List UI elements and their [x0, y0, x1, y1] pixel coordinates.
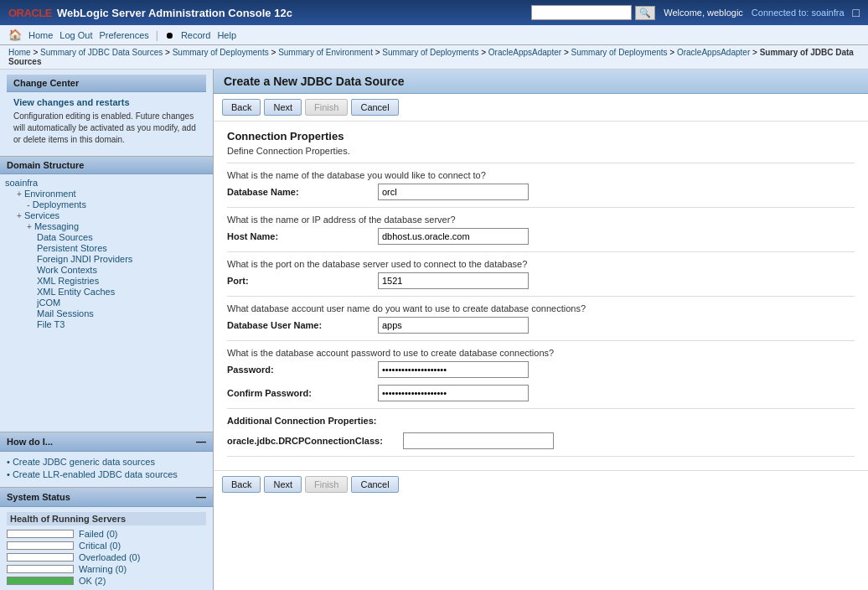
q-db-user: What database account user name do you w… — [227, 303, 855, 313]
change-center: Change Center View changes and restarts … — [0, 70, 213, 157]
status-label-critical[interactable]: Critical (0) — [79, 541, 121, 551]
status-row-ok: OK (2) — [7, 576, 206, 586]
form-row-confirm-password: Confirm Password: — [227, 385, 855, 401]
breadcrumb-oracle-adapter2[interactable]: OracleAppsAdapter — [677, 48, 750, 57]
tree-root-link[interactable]: soainfra — [5, 178, 38, 188]
welcome-text: Welcome, weblogic — [664, 8, 743, 18]
form-row-port: Port: — [227, 272, 855, 289]
how-do-i-collapse-icon[interactable]: — — [196, 436, 206, 448]
tree-jcom: jCOM — [5, 298, 208, 308]
tree-file-t3: File T3 — [5, 319, 208, 329]
tree-foreign-jndi-link[interactable]: Foreign JNDI Providers — [37, 254, 132, 264]
tree-messaging-link[interactable]: Messaging — [34, 221, 79, 231]
change-center-title: Change Center — [7, 75, 206, 92]
view-changes-link[interactable]: View changes and restarts — [13, 97, 199, 107]
breadcrumb-deployments3[interactable]: Summary of Deployments — [571, 48, 668, 57]
confirm-password-input[interactable] — [378, 385, 529, 401]
connected-text: Connected to: soainfra — [752, 8, 845, 18]
tree-work-contexts-link[interactable]: Work Contexts — [37, 265, 97, 275]
q-port: What is the port on the database server … — [227, 259, 855, 269]
header-right: 🔍 Welcome, weblogic Connected to: soainf… — [531, 5, 860, 20]
breadcrumb-deployments2[interactable]: Summary of Deployments — [382, 48, 478, 57]
tree-mail-sessions-link[interactable]: Mail Sessions — [37, 308, 94, 318]
status-bar-critical — [7, 541, 74, 550]
section-title: Connection Properties — [227, 130, 855, 142]
navbar: 🏠 Home Log Out Preferences | ⏺ Record He… — [0, 25, 868, 45]
divider-6 — [227, 408, 855, 409]
status-label-ok[interactable]: OK (2) — [79, 576, 106, 586]
back-button-top[interactable]: Back — [222, 99, 261, 116]
divider-4 — [227, 296, 855, 297]
divider-2 — [227, 207, 855, 208]
breadcrumb-environment[interactable]: Summary of Environment — [278, 48, 373, 57]
db-user-input[interactable] — [378, 317, 529, 334]
drcp-input[interactable] — [403, 432, 554, 449]
divider-3 — [227, 251, 855, 252]
header-left: ORACLE WebLogic Server Administration Co… — [8, 7, 292, 19]
finish-button-top: Finish — [305, 99, 348, 116]
tree-environment-link[interactable]: Environment — [24, 189, 76, 199]
top-toolbar: Back Next Finish Cancel — [214, 94, 868, 122]
minimize-icon[interactable]: □ — [853, 6, 860, 19]
system-status-collapse-icon[interactable]: — — [196, 491, 206, 503]
cancel-button-bottom[interactable]: Cancel — [351, 476, 398, 493]
nav-home[interactable]: Home — [28, 30, 53, 40]
tree-data-sources-link[interactable]: Data Sources — [37, 232, 93, 242]
tree-deployments-link[interactable]: Deployments — [33, 199, 86, 210]
domain-structure: Domain Structure soainfra + Environment … — [0, 157, 213, 432]
search-button[interactable]: 🔍 — [635, 6, 655, 20]
system-status-header: System Status — — [0, 488, 213, 507]
tree-xml-entity-caches-link[interactable]: XML Entity Caches — [37, 287, 115, 297]
drcp-label: oracle.jdbc.DRCPConnectionClass: — [227, 436, 403, 446]
next-button-top[interactable]: Next — [264, 99, 302, 116]
divider-7 — [227, 456, 855, 457]
next-button-bottom[interactable]: Next — [264, 476, 302, 493]
msg-expand-icon: + — [27, 222, 32, 231]
breadcrumb-jdbc-summary[interactable]: Summary of JDBC Data Sources — [40, 48, 163, 57]
how-do-i-link-1[interactable]: • Create JDBC generic data sources — [7, 457, 206, 467]
status-label-failed[interactable]: Failed (0) — [79, 529, 117, 539]
weblogic-title: WebLogic Server Administration Console 1… — [57, 7, 292, 19]
q-database-name: What is the name of the database you wou… — [227, 170, 855, 180]
form-content: Connection Properties Define Connection … — [214, 122, 868, 470]
domain-structure-title: Domain Structure — [0, 157, 213, 174]
how-do-i-content: • Create JDBC generic data sources • Cre… — [0, 452, 213, 487]
search-input[interactable] — [531, 5, 632, 20]
breadcrumb-sep2: > — [165, 48, 170, 57]
tree-persistent-stores-link[interactable]: Persistent Stores — [37, 243, 107, 253]
breadcrumb-home[interactable]: Home — [8, 48, 31, 57]
status-label-warning[interactable]: Warning (0) — [79, 564, 127, 574]
finish-button-bottom: Finish — [305, 476, 348, 493]
config-text: Configuration editing is enabled. Future… — [13, 111, 199, 146]
tree-xml-registries-link[interactable]: XML Registries — [37, 276, 99, 286]
breadcrumb-oracle-adapter1[interactable]: OracleAppsAdapter — [488, 48, 561, 57]
port-input[interactable] — [378, 272, 529, 289]
q-host-name: What is the name or IP address of the da… — [227, 215, 855, 225]
tree-file-t3-link[interactable]: File T3 — [37, 319, 65, 329]
tree-jcom-link[interactable]: jCOM — [37, 298, 60, 308]
tree-foreign-jndi: Foreign JNDI Providers — [5, 254, 208, 264]
cancel-button-top[interactable]: Cancel — [351, 99, 398, 116]
port-label: Port: — [227, 276, 378, 286]
system-status-title: System Status — [7, 492, 70, 502]
how-do-i-title: How do I... — [7, 437, 53, 447]
header: ORACLE WebLogic Server Administration Co… — [0, 0, 868, 25]
tree-root[interactable]: soainfra — [5, 178, 208, 188]
host-name-input[interactable] — [378, 228, 529, 245]
breadcrumb-deployments1[interactable]: Summary of Deployments — [173, 48, 269, 57]
tree-services-link[interactable]: Services — [24, 210, 59, 220]
database-name-input[interactable] — [378, 184, 529, 200]
nav-preferences[interactable]: Preferences — [99, 30, 148, 40]
nav-help[interactable]: Help — [217, 30, 236, 40]
back-button-bottom[interactable]: Back — [222, 476, 261, 493]
tree-xml-registries: XML Registries — [5, 276, 208, 286]
form-row-db-user: Database User Name: — [227, 317, 855, 334]
form-row-database-name: Database Name: — [227, 184, 855, 200]
password-input[interactable] — [378, 361, 529, 378]
nav-record[interactable]: Record — [181, 30, 210, 40]
divider-5 — [227, 340, 855, 341]
nav-logout[interactable]: Log Out — [59, 30, 92, 40]
section-subtitle: Define Connection Properties. — [227, 146, 855, 156]
status-label-overloaded[interactable]: Overloaded (0) — [79, 552, 140, 562]
how-do-i-link-2[interactable]: • Create LLR-enabled JDBC data sources — [7, 469, 206, 479]
